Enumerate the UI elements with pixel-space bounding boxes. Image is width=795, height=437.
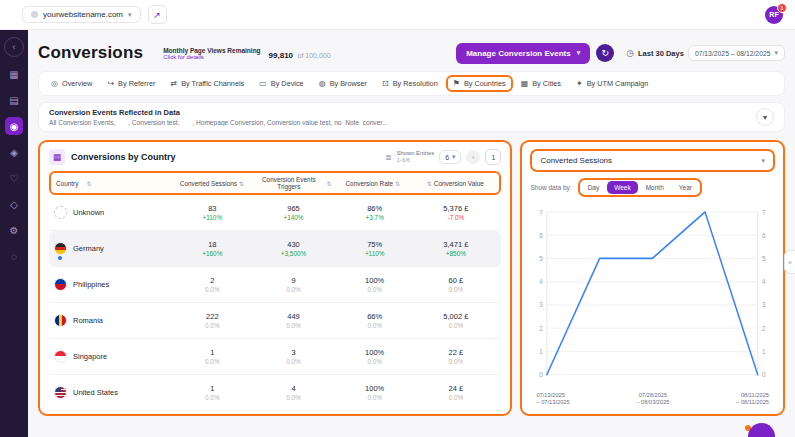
- column-header-conversion-rate[interactable]: Conversion Rate ⇅: [334, 180, 414, 187]
- quota-details-link[interactable]: Click for details: [163, 54, 260, 60]
- flag-icon-unknown: [54, 206, 67, 219]
- table-row[interactable]: Unknown83+110%965+140%86%+3.7%5,376 £-7.…: [49, 195, 501, 231]
- quota-used: 99,810: [269, 51, 293, 60]
- table-row[interactable]: Germany18+160%430+3,500%75%+110%3,471 £+…: [49, 231, 501, 267]
- sort-icon[interactable]: ⇅: [239, 180, 244, 187]
- by-traffic-channels-icon: ⇄: [170, 79, 177, 88]
- dashboard-icon[interactable]: ▦: [5, 65, 23, 83]
- metric-delta: 0.0%: [334, 322, 415, 329]
- avatar[interactable]: RF 1: [765, 6, 783, 24]
- tab-by-resolution[interactable]: ⊡By Resolution: [375, 75, 445, 92]
- metric-delta: 0.0%: [253, 358, 334, 365]
- profile-icon[interactable]: ◌: [5, 247, 23, 265]
- shown-entries-value: 1-6/6: [397, 157, 434, 164]
- favorites-icon[interactable]: ♡: [5, 169, 23, 187]
- funnels-icon[interactable]: ◈: [5, 143, 23, 161]
- tab-by-countries[interactable]: ⚑By Countries: [446, 75, 513, 92]
- metric-delta: 0.0%: [172, 394, 253, 401]
- tab-by-browser[interactable]: ◍By Browser: [312, 75, 374, 92]
- metric-cell: 5,376 £-7.0%: [415, 204, 496, 221]
- table-row[interactable]: United States10.0%40.0%100%0.0%24 £0.0%: [49, 375, 501, 411]
- quota-total: of 100,000: [298, 52, 331, 59]
- pagination-page-button[interactable]: 1: [485, 149, 501, 165]
- column-header-conversion-events-triggers[interactable]: Conversion Events Triggers ⇅: [253, 176, 333, 190]
- expand-events-button[interactable]: ▾: [756, 108, 774, 126]
- tab-by-cities[interactable]: ▦By Cities: [514, 75, 568, 92]
- table-row[interactable]: Romania2220.0%4490.0%66%0.0%5,002 £0.0%: [49, 303, 501, 339]
- metric-delta: -7.0%: [415, 214, 496, 221]
- svg-text:6: 6: [540, 231, 544, 239]
- tab-label: By Browser: [330, 79, 367, 88]
- metric-delta: 0.0%: [172, 322, 253, 329]
- column-header-country[interactable]: Country ⇅: [56, 180, 173, 187]
- quota-block: Monthly Page Views Remaining Click for d…: [163, 44, 330, 62]
- date-range-control: ◷ Last 30 Days 07/13/2025 – 08/12/2025 ▾: [626, 45, 785, 61]
- metric-value: 24 £: [415, 384, 496, 393]
- by-utm-campaign-icon: ✦: [576, 79, 583, 88]
- settings-icon[interactable]: ⚙: [5, 221, 23, 239]
- metric-dropdown[interactable]: Converted Sessions ▾: [530, 149, 775, 172]
- site-domain: yourwebsitename.com: [43, 10, 123, 19]
- chevron-down-icon: ▾: [128, 11, 132, 19]
- tab-by-traffic-channels[interactable]: ⇄By Traffic Channels: [163, 75, 251, 92]
- pagination-prev-button[interactable]: ‹: [466, 150, 480, 164]
- metric-cell: 100%0.0%: [334, 384, 415, 401]
- header-actions: Manage Conversion Events ▾ ↻ ◷ Last 30 D…: [456, 43, 785, 64]
- column-header-converted-sessions[interactable]: Converted Sessions ⇅: [173, 180, 253, 187]
- avatar-initials: RF: [769, 11, 778, 18]
- date-range-value: 07/13/2025 – 08/12/2025: [695, 50, 771, 57]
- clock-icon: ◷: [626, 48, 634, 58]
- refresh-events-button[interactable]: ↻: [596, 44, 614, 62]
- tab-label: By Resolution: [393, 79, 438, 88]
- site-selector[interactable]: yourwebsitename.com ▾: [22, 6, 141, 23]
- conversions-icon[interactable]: ◉: [5, 117, 23, 135]
- metric-value: 60 £: [415, 276, 496, 285]
- tab-by-referrer[interactable]: ↪By Referrer: [100, 75, 162, 92]
- metric-cell: 40.0%: [253, 384, 334, 401]
- svg-text:0: 0: [540, 371, 544, 379]
- x-tick-middle: 07/28/2025 – 08/03/2025: [636, 392, 669, 407]
- country-name: Germany: [73, 244, 104, 253]
- country-cell: Philippines: [54, 278, 172, 291]
- table-panel-header: ▦ Conversions by Country ≣ Shown Entries…: [49, 149, 501, 165]
- metric-delta: +140%: [253, 214, 334, 221]
- segments-icon[interactable]: ◇: [5, 195, 23, 213]
- sort-icon[interactable]: ⇅: [395, 180, 400, 187]
- open-site-button[interactable]: ↗: [148, 5, 167, 24]
- refresh-icon: ↻: [601, 48, 609, 58]
- chevron-left-icon: ‹: [472, 153, 475, 162]
- metric-value: 3: [253, 348, 334, 357]
- sort-icon[interactable]: ⇅: [327, 180, 332, 187]
- period-button-week[interactable]: Week: [607, 181, 638, 194]
- table-row[interactable]: Philippines20.0%90.0%100%0.0%60 £0.0%: [49, 267, 501, 303]
- line-chart: 0011223344556677 07/13/2025 – 07/13/2025…: [530, 202, 775, 407]
- metric-cell: 60 £0.0%: [415, 276, 496, 293]
- metric-cell: 10.0%: [172, 384, 253, 401]
- date-range-picker[interactable]: 07/13/2025 – 08/12/2025 ▾: [688, 45, 785, 61]
- sort-icon[interactable]: ⇅: [86, 180, 91, 187]
- column-header-conversion-value[interactable]: ⇅ Conversion Value: [414, 180, 494, 187]
- metric-cell: 2220.0%: [172, 312, 253, 329]
- reports-icon[interactable]: ▤: [5, 91, 23, 109]
- page-number: 1: [491, 154, 495, 161]
- collapse-sidebar-icon[interactable]: ‹: [4, 37, 24, 57]
- per-page-select[interactable]: 6 ▾: [439, 150, 461, 164]
- topbar: yourwebsitename.com ▾ ↗ RF 1: [0, 0, 795, 30]
- tab-overview[interactable]: ◎Overview: [44, 75, 99, 92]
- conversion-events-card: Conversion Events Reflected in Data All …: [38, 102, 785, 132]
- country-cell: Romania: [54, 314, 172, 327]
- period-button-year[interactable]: Year: [672, 181, 699, 194]
- svg-text:2: 2: [762, 324, 766, 332]
- sort-icon[interactable]: ⇅: [427, 180, 432, 187]
- tab-by-device[interactable]: ▭By Device: [252, 75, 310, 92]
- table-row[interactable]: Singapore10.0%30.0%100%0.0%22 £0.0%: [49, 339, 501, 375]
- period-button-day[interactable]: Day: [581, 181, 607, 194]
- flag-icon-de: [54, 242, 67, 255]
- metric-value: 18: [172, 240, 253, 249]
- show-data-by-label: Show data by:: [530, 184, 571, 191]
- collapse-panel-handle[interactable]: «: [784, 250, 795, 274]
- tab-by-utm-campaign[interactable]: ✦By UTM Campaign: [569, 75, 655, 92]
- manage-conversion-events-button[interactable]: Manage Conversion Events ▾: [456, 43, 590, 64]
- svg-text:3: 3: [540, 301, 544, 309]
- period-button-month[interactable]: Month: [639, 181, 671, 194]
